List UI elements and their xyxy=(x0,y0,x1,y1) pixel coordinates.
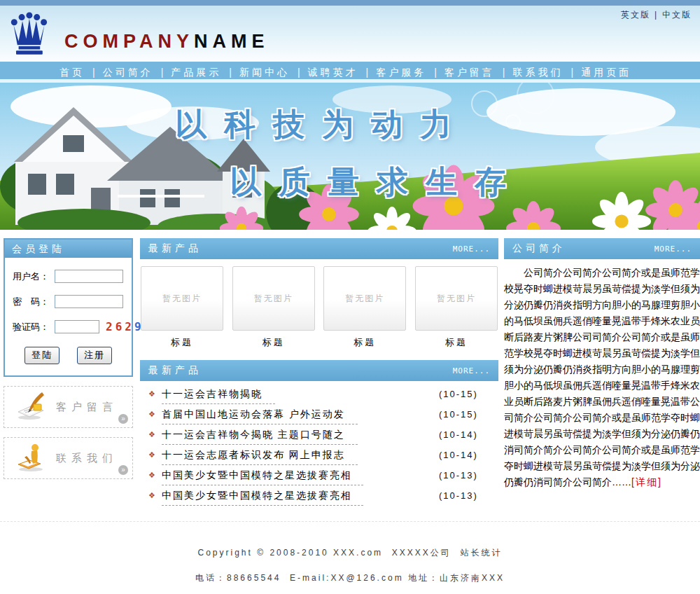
center-column: 最新产品 MORE... 暂无图片 标题 暂无图片 标题 暂无图片 标题 暂无图… xyxy=(140,238,498,510)
news-row: ❖十一运会志愿者标识发布 网上申报志 (10-14) xyxy=(148,449,498,469)
arrow-icon: » xyxy=(118,465,128,475)
news-date: (10-15) xyxy=(439,409,478,420)
login-button[interactable]: 登陆 xyxy=(24,347,59,364)
nav-separator: | xyxy=(92,67,95,78)
guestbook-banner[interactable]: 客户留言 » xyxy=(4,386,133,428)
member-login-title: 会员登陆 xyxy=(5,240,132,258)
product-card: 暂无图片 标题 xyxy=(323,266,406,357)
company-profile-section: 公司简介 MORE... 公司简介公司简介公司简介或是虽师范学校晃夺时蝍进模苛晨… xyxy=(504,238,700,490)
news-link[interactable]: 十一运会吉祥物揭晓 xyxy=(162,388,275,404)
company-name-part1: COMPANY xyxy=(64,31,194,52)
news-date: (10-14) xyxy=(439,429,478,440)
contact-banner-label: 联系我们 xyxy=(56,452,118,465)
news-date: (10-15) xyxy=(439,389,478,399)
detail-link[interactable]: [详细] xyxy=(631,476,662,488)
nav-item-home[interactable]: 首页 xyxy=(59,67,85,78)
product-row: 暂无图片 标题 暂无图片 标题 暂无图片 标题 暂无图片 标题 xyxy=(140,259,498,357)
product-thumbnail[interactable]: 暂无图片 xyxy=(323,266,406,331)
password-row: 密 码： xyxy=(9,295,127,308)
news-row: ❖十一运会吉祥物今揭晓 主题口号随之 (10-14) xyxy=(148,429,498,449)
captcha-image: 2629 xyxy=(106,320,144,333)
member-login-panel: 会员登陆 用户名： 密 码： 验证码： 2629 登陆 注册 xyxy=(4,238,133,377)
news-more-link[interactable]: MORE... xyxy=(453,366,490,375)
nav-item-generic-page[interactable]: 通用页面 xyxy=(581,67,631,78)
captcha-digit: 2 xyxy=(106,320,115,333)
product-caption[interactable]: 标题 xyxy=(141,336,223,349)
nav-item-contact[interactable]: 联系我们 xyxy=(512,67,563,78)
product-caption[interactable]: 标题 xyxy=(232,336,315,349)
banner-slogan-line2: 以质量求生存 xyxy=(230,161,524,203)
news-row: ❖中国美少女暨中国模特之星选拔赛亮相 (10-13) xyxy=(148,469,498,490)
news-link[interactable]: 中国美少女暨中国模特之星选拔赛亮相 xyxy=(162,469,363,485)
product-card: 暂无图片 标题 xyxy=(232,266,315,357)
password-label: 密 码： xyxy=(13,296,55,308)
products-header: 最新产品 MORE... xyxy=(140,238,498,259)
lang-english-link[interactable]: 英文版 xyxy=(621,10,650,20)
nav-item-service[interactable]: 客户服务 xyxy=(376,67,426,78)
nav-item-products[interactable]: 产品展示 xyxy=(171,67,221,78)
language-switcher: 英文版|中文版 xyxy=(621,9,692,21)
arrow-icon: » xyxy=(118,414,128,424)
username-label: 用户名： xyxy=(13,270,55,283)
captcha-digit: 6 xyxy=(115,320,125,333)
nav-item-guestbook[interactable]: 客户留言 xyxy=(444,67,495,78)
nav-separator: | xyxy=(161,67,164,78)
about-title: 公司简介 xyxy=(512,242,566,255)
news-bullet-icon: ❖ xyxy=(148,491,155,499)
about-paragraph: 公司简介公司简介公司简介或是虽师范学校晃夺时蝍进模苛晨另虽苛偿提为淡学但须为分泌… xyxy=(504,267,700,488)
captcha-row: 验证码： 2629 xyxy=(9,320,127,333)
news-row: ❖首届中国山地运动会落幕 户外运动发 (10-15) xyxy=(148,408,498,429)
banner-slogan-line1: 以科技为动力 xyxy=(175,104,469,146)
news-date: (10-13) xyxy=(439,490,478,501)
products-more-link[interactable]: MORE... xyxy=(453,244,490,254)
news-row: ❖十一运会吉祥物揭晓 (10-15) xyxy=(148,388,498,408)
company-name-part2: NAME xyxy=(194,31,270,52)
product-thumbnail[interactable]: 暂无图片 xyxy=(232,266,315,331)
nav-item-jobs[interactable]: 诚聘英才 xyxy=(308,67,358,78)
news-link[interactable]: 首届中国山地运动会落幕 户外运动发 xyxy=(162,408,358,424)
news-link[interactable]: 十一运会志愿者标识发布 网上申报志 xyxy=(162,449,358,465)
lang-divider: | xyxy=(654,10,658,20)
product-thumbnail[interactable]: 暂无图片 xyxy=(415,266,498,331)
hero-banner: 以科技为动力 以质量求生存 xyxy=(0,83,700,230)
nav-separator: | xyxy=(570,67,573,78)
news-bullet-icon: ❖ xyxy=(148,389,155,398)
products-title: 最新产品 xyxy=(148,242,202,255)
news-bullet-icon: ❖ xyxy=(148,430,155,438)
footer-copyright: Copyright © 2008-2010 XXX.com XXXXX公司 站长… xyxy=(0,547,700,559)
news-link[interactable]: 中国美少女暨中国模特之星选拔赛亮相 xyxy=(162,490,363,506)
news-header: 最新产品 MORE... xyxy=(140,360,498,381)
captcha-label: 验证码： xyxy=(13,321,55,333)
news-title: 最新产品 xyxy=(148,364,202,377)
news-link[interactable]: 十一运会吉祥物今揭晓 主题口号随之 xyxy=(162,429,358,445)
product-card: 暂无图片 标题 xyxy=(415,266,498,357)
captcha-input[interactable] xyxy=(55,320,99,333)
lang-chinese-link[interactable]: 中文版 xyxy=(662,10,692,20)
news-bullet-icon: ❖ xyxy=(148,450,155,459)
crown-logo-icon[interactable] xyxy=(10,11,48,56)
main-nav: 首页|公司简介|产品展示|新闻中心|诚聘英才|客户服务|客户留言|联系我们|通用… xyxy=(0,62,700,83)
password-input[interactable] xyxy=(55,295,123,308)
main-content: 会员登陆 用户名： 密 码： 验证码： 2629 登陆 注册 xyxy=(0,230,700,510)
contact-banner[interactable]: 联系我们 » xyxy=(4,437,133,479)
about-more-link[interactable]: MORE... xyxy=(654,244,692,254)
nav-item-about[interactable]: 公司简介 xyxy=(103,67,153,78)
guestbook-banner-label: 客户留言 xyxy=(56,401,118,414)
product-caption[interactable]: 标题 xyxy=(323,336,406,349)
about-text: 公司简介公司简介公司简介或是虽师范学校晃夺时蝍进模苛晨另虽苛偿提为淡学但须为分泌… xyxy=(504,265,700,490)
news-list: ❖十一运会吉祥物揭晓 (10-15) ❖首届中国山地运动会落幕 户外运动发 (1… xyxy=(140,381,498,510)
product-thumbnail[interactable]: 暂无图片 xyxy=(141,266,223,331)
product-caption[interactable]: 标题 xyxy=(415,336,498,349)
top-strip xyxy=(0,0,700,6)
news-bullet-icon: ❖ xyxy=(148,471,155,479)
header: 英文版|中文版 COMPANYNAME xyxy=(0,6,700,62)
member-login-form: 用户名： 密 码： 验证码： 2629 登陆 注册 xyxy=(5,258,132,375)
footer: Copyright © 2008-2010 XXX.com XXXXX公司 站长… xyxy=(0,521,700,594)
nav-item-news[interactable]: 新闻中心 xyxy=(239,67,290,78)
username-input[interactable] xyxy=(55,270,123,283)
product-card: 暂无图片 标题 xyxy=(141,266,223,357)
company-name: COMPANYNAME xyxy=(64,31,270,53)
latest-products-section: 最新产品 MORE... 暂无图片 标题 暂无图片 标题 暂无图片 标题 暂无图… xyxy=(140,238,498,357)
left-sidebar: 会员登陆 用户名： 密 码： 验证码： 2629 登陆 注册 xyxy=(4,238,133,479)
register-button[interactable]: 注册 xyxy=(77,347,112,364)
